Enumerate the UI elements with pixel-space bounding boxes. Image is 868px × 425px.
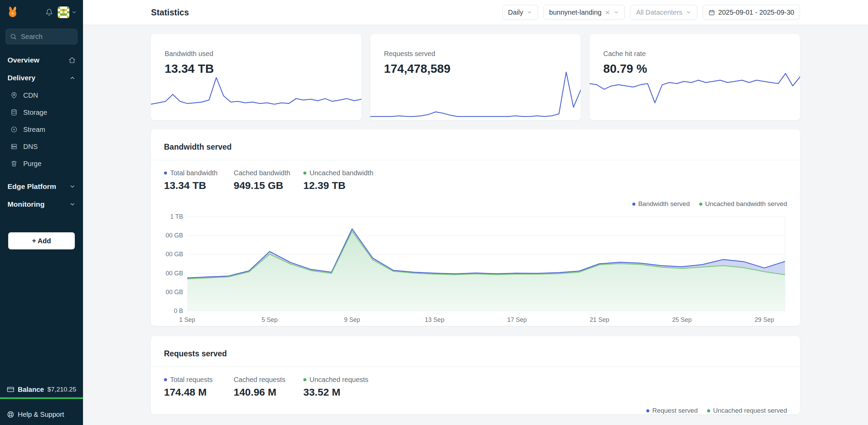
- bandwidth-served-panel: Bandwidth served Total bandwidth 13.34 T…: [151, 129, 800, 326]
- stat-card-value: 13.34 TB: [165, 62, 361, 76]
- legend-dot: [632, 203, 635, 206]
- stat-card-label: Bandwidth used: [165, 50, 361, 58]
- stat-cached-bandwidth: Cached bandwidth 949.15 GB: [234, 169, 297, 191]
- sidebar: Overview Delivery CDN: [0, 0, 83, 425]
- sidebar-section-label: Delivery: [8, 74, 36, 82]
- svg-text:17 Sep: 17 Sep: [507, 316, 527, 323]
- datacenter-select[interactable]: All Datacenters: [630, 5, 697, 20]
- date-range-picker[interactable]: 2025-09-01 - 2025-09-30: [703, 5, 800, 20]
- legend-dot: [303, 378, 306, 381]
- bunnynet-logo[interactable]: [6, 6, 19, 19]
- svg-text:1 TB: 1 TB: [170, 213, 183, 220]
- account-menu[interactable]: [58, 6, 77, 18]
- stat-label: Cached requests: [234, 376, 285, 384]
- life-ring-icon: [7, 411, 14, 418]
- help-support[interactable]: Help & Support: [0, 404, 83, 425]
- sidebar-section-monitoring[interactable]: Monitoring: [0, 195, 83, 213]
- header-controls: Daily bunnynet-landing: [502, 5, 800, 20]
- stat-total-bandwidth: Total bandwidth 13.34 TB: [164, 169, 228, 191]
- stat-cards-row: Bandwidth used 13.34 TB Requests served …: [151, 34, 800, 120]
- stat-label: Uncached requests: [309, 376, 368, 384]
- legend-dot: [646, 409, 649, 412]
- stat-uncached-bandwidth: Uncached bandwidth 12.39 TB: [303, 169, 373, 191]
- panel-title: Requests served: [151, 336, 800, 367]
- stat-value: 13.34 TB: [164, 180, 228, 191]
- notifications-bell-icon[interactable]: [45, 9, 53, 16]
- calendar-icon: [708, 9, 715, 16]
- cache-hit-rate-sparkline: [590, 72, 800, 105]
- stat-card-bandwidth-used: Bandwidth used 13.34 TB: [151, 34, 361, 120]
- sidebar-section-edge-platform[interactable]: Edge Platform: [0, 178, 83, 195]
- balance-label: Balance: [18, 386, 44, 394]
- page-header: Statistics Daily bunnynet-landing: [83, 0, 868, 25]
- sidebar-section-delivery[interactable]: Delivery: [0, 69, 83, 87]
- sidebar-nav: Overview Delivery CDN: [0, 47, 83, 249]
- balance[interactable]: Balance $7,210.25: [0, 382, 83, 397]
- bandwidth-served-chart: 0 B200 GB400 GB600 GB800 GB1 TB1 Sep5 Se…: [165, 212, 787, 326]
- dns-globe-icon: [10, 143, 18, 150]
- sidebar-top-actions: [45, 6, 77, 18]
- stat-value: 12.39 TB: [303, 180, 373, 191]
- stat-card-requests-served: Requests served 174,478,589: [370, 34, 581, 120]
- sidebar-item-label: Stream: [23, 126, 45, 134]
- content: Bandwidth used 13.34 TB Requests served …: [151, 25, 800, 414]
- legend-dot: [164, 378, 167, 381]
- stat-value: 174.48 M: [164, 386, 228, 398]
- sidebar-item-purge[interactable]: Purge: [0, 155, 83, 172]
- legend-label: Bandwidth served: [638, 200, 690, 208]
- sidebar-item-dns[interactable]: DNS: [0, 138, 83, 155]
- search-icon: [10, 33, 17, 40]
- datacenter-select-value: All Datacenters: [636, 9, 683, 16]
- chevron-down-icon: [69, 183, 75, 190]
- chevron-up-icon: [69, 75, 75, 81]
- sidebar-item-storage[interactable]: Storage: [0, 104, 83, 121]
- database-icon: [10, 109, 18, 116]
- add-button[interactable]: + Add: [8, 232, 75, 249]
- legend-item: Bandwidth served: [632, 200, 690, 208]
- credit-card-icon: [7, 386, 14, 393]
- chevron-down-icon: [71, 10, 77, 15]
- chevron-down-icon: [614, 10, 619, 15]
- balance-progress-bar: [0, 397, 83, 399]
- period-select[interactable]: Daily: [502, 5, 538, 20]
- chevron-down-icon: [686, 10, 691, 15]
- stat-label: Total bandwidth: [170, 169, 218, 177]
- sidebar-item-stream[interactable]: Stream: [0, 121, 83, 138]
- stat-card-cache-hit-rate: Cache hit rate 80.79 %: [590, 34, 800, 120]
- svg-text:1 Sep: 1 Sep: [179, 316, 195, 323]
- main-area: Statistics Daily bunnynet-landing: [83, 0, 868, 425]
- help-support-label: Help & Support: [18, 411, 64, 419]
- pullzone-select-value: bunnynet-landing: [549, 9, 602, 16]
- bunny-logo-icon: [6, 6, 19, 18]
- sidebar-footer: Balance $7,210.25 Help & Support: [0, 382, 83, 425]
- app-root: Overview Delivery CDN: [0, 0, 868, 425]
- legend-dot: [303, 172, 306, 175]
- stat-cached-requests: Cached requests 140.96 M: [234, 376, 297, 398]
- stat-value: 140.96 M: [234, 386, 297, 398]
- sidebar-item-cdn[interactable]: CDN: [0, 87, 83, 104]
- sidebar-item-overview[interactable]: Overview: [0, 51, 83, 69]
- sidebar-section-label: Edge Platform: [8, 182, 56, 191]
- search-box: [5, 29, 78, 44]
- requests-chart-legend: Request served Uncached request served: [151, 398, 800, 414]
- map-pin-icon: [10, 92, 18, 99]
- svg-text:13 Sep: 13 Sep: [425, 316, 444, 323]
- legend-dot: [707, 409, 710, 412]
- sidebar-item-label: CDN: [23, 92, 38, 99]
- stat-card-label: Cache hit rate: [603, 50, 800, 58]
- svg-text:200 GB: 200 GB: [165, 289, 183, 296]
- requests-served-sparkline: [370, 70, 581, 118]
- sidebar-item-label: Purge: [23, 160, 41, 168]
- svg-text:0 B: 0 B: [174, 307, 183, 314]
- legend-item: Uncached request served: [707, 407, 787, 414]
- date-range-value: 2025-09-01 - 2025-09-30: [718, 9, 794, 16]
- pullzone-select[interactable]: bunnynet-landing: [543, 5, 625, 20]
- stat-label: Total requests: [170, 376, 213, 384]
- clear-icon[interactable]: [605, 10, 610, 15]
- stat-value: 33.52 M: [303, 386, 368, 398]
- legend-item: Uncached bandwidth served: [699, 200, 787, 208]
- svg-text:5 Sep: 5 Sep: [262, 316, 278, 323]
- requests-served-panel: Requests served Total requests 174.48 M …: [151, 336, 800, 414]
- chevron-down-icon: [527, 10, 532, 15]
- legend-label: Request served: [652, 407, 698, 414]
